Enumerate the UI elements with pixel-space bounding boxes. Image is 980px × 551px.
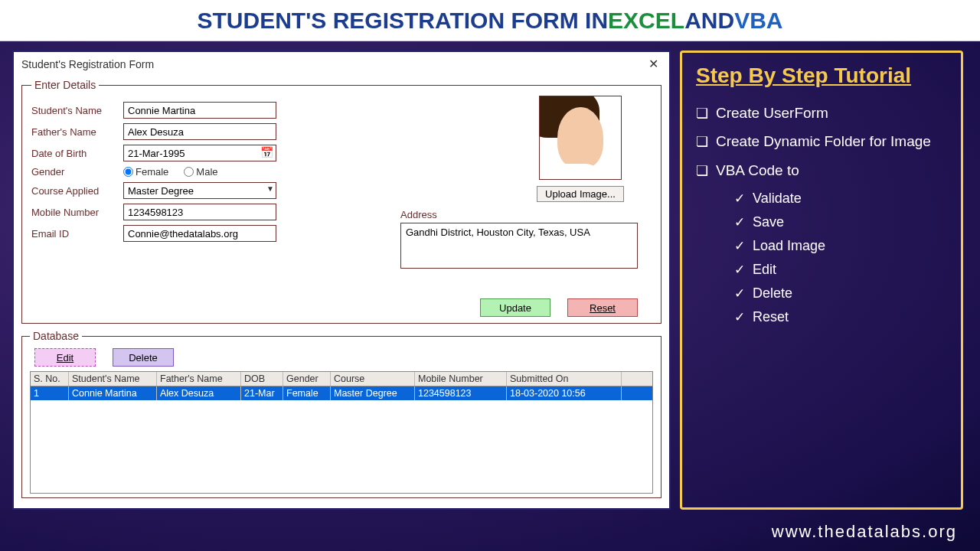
list-item: Create Dynamic Folder for Image (696, 133, 947, 151)
address-input[interactable]: Gandhi District, Houston City, Texas, US… (400, 223, 638, 269)
registration-form-window: Student's Registration Form ✕ Enter Deta… (12, 51, 671, 510)
enter-details-legend: Enter Details (31, 79, 99, 91)
dob-input[interactable] (123, 145, 276, 161)
delete-button[interactable]: Delete (113, 348, 174, 367)
chevron-down-icon[interactable]: ▼ (266, 184, 274, 193)
close-icon[interactable]: ✕ (645, 57, 662, 71)
reset-button[interactable]: Reset (567, 298, 638, 317)
list-item: VBA Code to (696, 162, 947, 180)
footer-url: www.thedatalabs.org (772, 522, 957, 542)
edit-button[interactable]: Edit (34, 348, 96, 367)
list-item: Create UserForm (696, 105, 947, 122)
database-group: Database Edit Delete S. No. Student's Na… (21, 330, 662, 498)
list-item: Load Image (734, 238, 947, 254)
data-grid[interactable]: S. No. Student's Name Father's Name DOB … (30, 371, 653, 494)
list-item: Validate (734, 191, 947, 207)
father-name-label: Father's Name (31, 126, 123, 138)
grid-header: S. No. Student's Name Father's Name DOB … (31, 372, 652, 386)
dob-label: Date of Birth (31, 148, 123, 159)
database-legend: Database (30, 330, 82, 342)
course-select[interactable] (123, 182, 276, 199)
gender-male-radio[interactable]: Male (184, 166, 217, 178)
tutorial-sidebar: Step By Step Tutorial Create UserForm Cr… (680, 51, 963, 510)
list-item: Save (734, 214, 947, 230)
window-title: Student's Registration Form (21, 58, 154, 70)
father-name-input[interactable] (123, 123, 276, 140)
mobile-input[interactable] (123, 204, 276, 220)
upload-image-button[interactable]: Upload Image... (537, 186, 624, 202)
student-name-input[interactable] (123, 102, 276, 119)
calendar-icon[interactable]: 📅 (260, 146, 273, 158)
sidebar-title: Step By Step Tutorial (696, 64, 947, 88)
photo-preview (539, 96, 622, 180)
update-button[interactable]: Update (480, 298, 550, 317)
page-title: STUDENT'S REGISTRATION FORM IN EXCEL AND… (0, 0, 980, 41)
student-name-label: Student's Name (31, 105, 123, 116)
list-item: Edit (734, 262, 947, 278)
gender-label: Gender (31, 166, 123, 178)
course-label: Course Applied (31, 185, 123, 197)
mobile-label: Mobile Number (31, 207, 123, 218)
address-label: Address (400, 209, 492, 220)
table-row[interactable]: 1 Connie Martina Alex Desuza 21-Mar Fema… (31, 386, 652, 400)
gender-female-radio[interactable]: Female (123, 166, 168, 178)
enter-details-group: Enter Details Student's Name Father's Na… (21, 79, 662, 324)
list-item: Delete (734, 285, 947, 302)
email-label: Email ID (31, 228, 123, 240)
email-input[interactable] (123, 225, 276, 242)
list-item: Reset (734, 309, 947, 325)
